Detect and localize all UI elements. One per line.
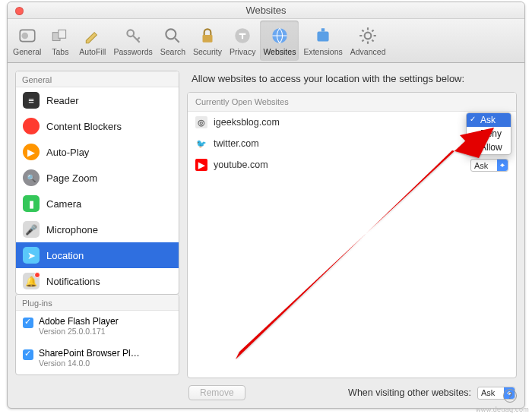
panel-footer: Remove When visiting other websites: Ask xyxy=(187,378,517,400)
camera-icon: ▮ xyxy=(23,195,40,212)
checkbox-icon[interactable] xyxy=(23,318,33,328)
footer-label: When visiting other websites: xyxy=(348,387,471,398)
key-icon xyxy=(122,24,144,47)
close-window-button[interactable] xyxy=(15,7,24,15)
plugin-sharepoint[interactable]: SharePoint Browser Pl…Version 14.0.0 xyxy=(16,343,179,374)
switch-icon xyxy=(16,24,39,47)
watermark: www.deuaq.com xyxy=(476,406,529,413)
globe-icon xyxy=(268,24,291,47)
section-header: Currently Open Websites xyxy=(188,93,516,112)
tab-advanced[interactable]: Advanced xyxy=(347,21,389,61)
favicon-youtube: ▶ xyxy=(195,159,207,171)
tab-autofill[interactable]: AutoFill xyxy=(76,21,109,61)
content-area: General ≡Reader Content Blockers ▶Auto-P… xyxy=(8,63,524,408)
site-row-youtube[interactable]: ▶ youtube.com Ask xyxy=(188,154,516,175)
svg-point-5 xyxy=(166,29,176,39)
tab-tabs[interactable]: Tabs xyxy=(46,21,74,61)
pencil-icon xyxy=(81,24,104,47)
permission-dropdown: Ask Deny Allow xyxy=(466,112,511,155)
stop-icon xyxy=(23,118,40,134)
search-icon xyxy=(161,24,184,47)
sidebar-general-box: General ≡Reader Content Blockers ▶Auto-P… xyxy=(15,71,179,295)
svg-point-11 xyxy=(365,33,372,40)
titlebar: Websites xyxy=(8,2,524,19)
dropdown-option-allow[interactable]: Allow xyxy=(467,141,511,154)
sidebar-item-location[interactable]: ➤Location xyxy=(16,242,179,268)
svg-point-1 xyxy=(21,33,28,40)
svg-rect-9 xyxy=(317,32,328,42)
main-panel: Allow websites to access your location w… xyxy=(187,71,517,400)
sidebar-item-notifications[interactable]: 🔔Notifications xyxy=(16,268,179,294)
zoom-icon: 🔍 xyxy=(23,169,40,186)
sidebar-item-page-zoom[interactable]: 🔍Page Zoom xyxy=(16,165,179,191)
reader-icon: ≡ xyxy=(23,92,40,109)
remove-button[interactable]: Remove xyxy=(188,385,245,400)
tab-search[interactable]: Search xyxy=(157,21,188,61)
help-button[interactable]: ? xyxy=(503,389,517,403)
sidebar-item-microphone[interactable]: 🎤Microphone xyxy=(16,216,179,242)
chevron-updown-icon xyxy=(497,160,508,171)
sidebar-plugins-box: Plug-ins Adobe Flash PlayerVersion 25.0.… xyxy=(15,294,179,375)
tab-passwords[interactable]: Passwords xyxy=(110,21,155,61)
tab-privacy[interactable]: Privacy xyxy=(226,21,258,61)
svg-rect-3 xyxy=(59,30,66,38)
plugin-flash[interactable]: Adobe Flash PlayerVersion 25.0.0.171 xyxy=(16,311,179,343)
tab-general[interactable]: General xyxy=(10,21,44,61)
play-icon: ▶ xyxy=(23,144,40,160)
lock-icon xyxy=(196,24,219,47)
sidebar-item-auto-play[interactable]: ▶Auto-Play xyxy=(16,139,179,165)
gear-icon xyxy=(356,24,379,47)
tabs-icon xyxy=(49,24,71,47)
sidebar-item-camera[interactable]: ▮Camera xyxy=(16,191,179,216)
dropdown-option-deny[interactable]: Deny xyxy=(467,127,511,141)
tab-extensions[interactable]: Extensions xyxy=(300,21,345,61)
sidebar-general-header: General xyxy=(16,71,179,87)
favicon-twitter: 🐦 xyxy=(195,137,207,150)
favicon-igeeksblog: ◎ xyxy=(195,116,207,128)
tab-security[interactable]: Security xyxy=(190,21,225,61)
svg-rect-6 xyxy=(202,35,212,43)
svg-point-4 xyxy=(127,30,134,36)
privacy-icon xyxy=(231,24,254,47)
microphone-icon: 🎤 xyxy=(23,221,40,238)
svg-rect-10 xyxy=(321,28,325,31)
preferences-toolbar: General Tabs AutoFill Passwords Search S… xyxy=(8,19,524,63)
tab-websites[interactable]: Websites xyxy=(260,21,299,61)
sidebar-plugins-header: Plug-ins xyxy=(16,295,179,311)
sidebar-item-reader[interactable]: ≡Reader xyxy=(16,87,179,113)
window-title: Websites xyxy=(245,5,286,16)
sidebar: General ≡Reader Content Blockers ▶Auto-P… xyxy=(15,71,179,400)
preferences-window: Websites General Tabs AutoFill Passwords… xyxy=(7,2,525,409)
location-icon: ➤ xyxy=(23,247,40,264)
panel-heading: Allow websites to access your location w… xyxy=(187,71,517,92)
websites-list: Currently Open Websites ◎ igeeksblog.com… xyxy=(187,92,517,378)
extensions-icon xyxy=(312,24,334,47)
checkbox-icon[interactable] xyxy=(23,349,33,360)
dropdown-option-ask[interactable]: Ask xyxy=(467,113,511,127)
sidebar-item-content-blockers[interactable]: Content Blockers xyxy=(16,113,179,139)
permission-select-youtube[interactable]: Ask xyxy=(470,159,508,172)
notification-badge xyxy=(34,272,40,278)
